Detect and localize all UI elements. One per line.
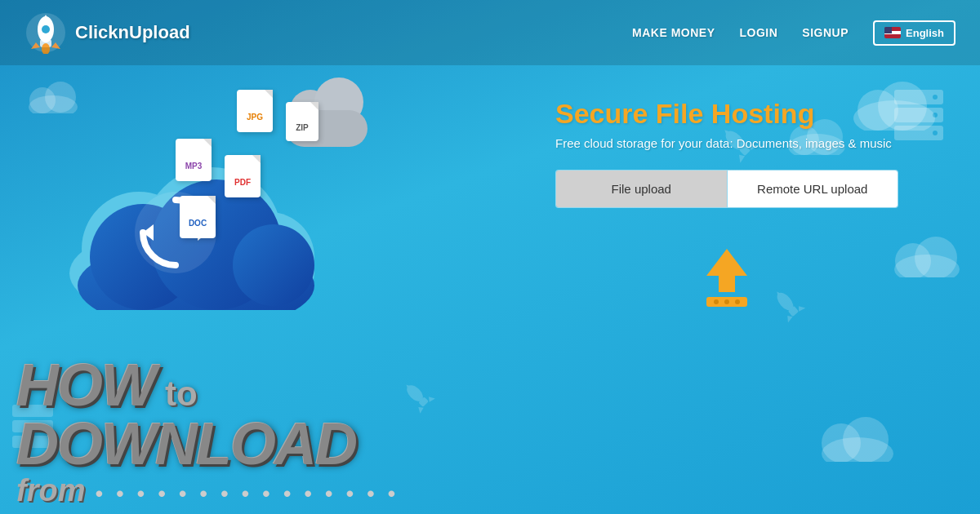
tab-file-upload[interactable]: File upload [556,171,727,207]
text-how: HOW [16,356,155,414]
bottom-text-area: HOW to DOWNLOAD from • • • • • • • • • •… [0,356,539,514]
language-button[interactable]: English [873,20,956,46]
svg-point-62 [735,299,740,304]
file-icon-jpg: JPG [237,90,273,132]
text-to: to [165,377,198,411]
upload-area[interactable] [555,233,898,330]
text-download: DOWNLOAD [16,411,356,476]
heading-secure: Secure File Hosting [555,98,947,130]
logo[interactable]: ClicknUpload [24,11,190,54]
nav-signup[interactable]: SIGNUP [802,26,849,39]
svg-point-61 [724,299,729,304]
svg-point-54 [233,224,314,306]
file-icon-mp3: MP3 [176,139,212,181]
nav-make-money[interactable]: MAKE MONEY [632,26,715,39]
tab-remote-url[interactable]: Remote URL upload [728,171,898,207]
flag-icon-us [884,27,901,38]
upload-tabs: File upload Remote URL upload [555,170,898,208]
svg-point-60 [714,299,719,304]
file-icon-zip: ZIP [286,102,318,141]
dots-text: • • • • • • • • • • • • • • • [95,482,399,505]
logo-icon [24,11,67,54]
svg-marker-58 [706,249,747,292]
nav-links: MAKE MONEY LOGIN SIGNUP English [632,20,956,46]
nav-login[interactable]: LOGIN [740,26,778,39]
svg-point-45 [42,25,50,33]
file-icon-pdf: PDF [225,155,261,197]
left-section: JPG ZIP MP3 PDF DOC HOW to DOWNLOAD [0,65,539,514]
cloud-illustration: JPG ZIP MP3 PDF DOC [49,73,392,318]
main-content: JPG ZIP MP3 PDF DOC HOW to DOWNLOAD [0,65,980,514]
right-section: Secure File Hosting Free cloud storage f… [539,65,980,514]
language-label: English [906,27,944,39]
logo-text: ClicknUpload [75,22,190,43]
text-from: from [16,475,85,506]
sub-text: Free cloud storage for your data: Docume… [555,136,947,150]
file-icon-doc: DOC [180,196,216,238]
navbar: ClicknUpload MAKE MONEY LOGIN SIGNUP Eng… [0,0,980,65]
upload-icon [690,245,764,318]
